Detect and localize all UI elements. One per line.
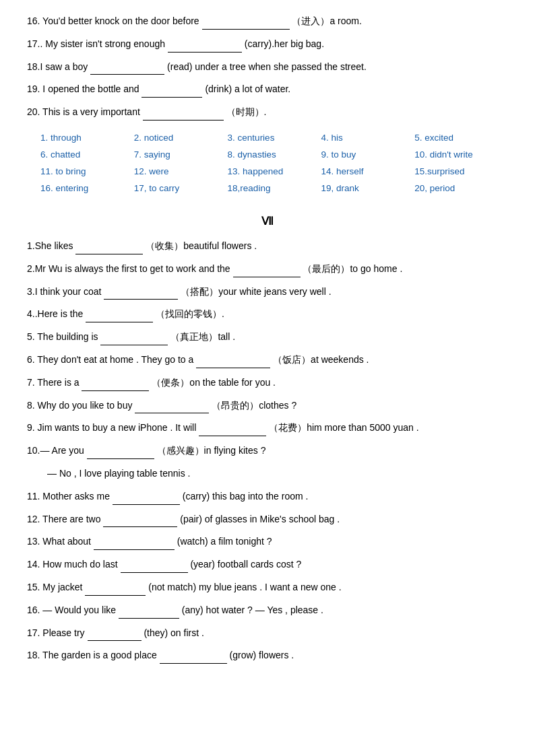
blank-s7-16 [119,608,179,619]
blank-s7-7 [82,380,149,391]
s7-q10: 10.— Are you （感兴趣）in flying kites ? [27,443,508,459]
answer-17: 17, to carry [134,182,228,195]
answer-20: 20, period [414,182,508,195]
s7-q3: 3.I think your coat （搭配）your white jeans… [27,284,508,300]
s7-q7: 7. There is a （便条）on the table for you . [27,375,508,391]
answer-19: 19, drank [321,182,414,195]
blank-s7-13 [94,539,175,550]
s7-q9: 9. Jim wants to buy a new iPhone . It wi… [27,420,508,436]
s7-q1: 1.She likes （收集）beautiful flowers . [27,238,508,254]
blank-16 [202,19,290,30]
blank-s7-1 [75,244,143,254]
s7-q10-sub: — No , I love playing table tennis . [47,466,508,482]
answer-15: 15.surprised [414,165,508,178]
answer-18: 18,reading [228,182,321,195]
answer-10: 10. didn't write [414,148,508,161]
answer-6: 6. chatted [40,148,134,161]
blank-20 [143,110,224,121]
s7-q18: 18. The garden is a good place (grow) fl… [27,648,508,664]
s7-q14: 14. How much do last (year) football car… [27,557,508,573]
blank-s7-2 [233,267,301,277]
blank-s7-4 [86,312,153,322]
blank-s7-12 [103,516,177,527]
answer-13: 13. happened [228,165,321,178]
s7-q17: 17. Please try (they) on first . [27,625,508,642]
answer-3: 3. centuries [228,131,321,144]
q16: 16. You'd better knock on the door befor… [27,13,508,30]
q20: 20. This is a very important （时期）. [27,104,508,121]
blank-s7-9 [199,425,266,436]
blank-s7-10 [87,448,154,459]
s7-q6: 6. They don't eat at home . They go to a… [27,352,508,368]
blank-17 [168,42,242,53]
s7-q15: 15. My jacket (not match) my blue jeans … [27,580,508,596]
blank-s7-15 [85,585,146,596]
section6-questions: 16. You'd better knock on the door befor… [27,13,508,121]
answer-1: 1. through [40,131,134,144]
answer-4: 4. his [321,131,414,144]
answer-7: 7. saying [134,148,228,161]
blank-s7-3 [104,289,178,300]
q19: 19. I opened the bottle and (drink) a lo… [27,81,508,98]
answer-2: 2. noticed [134,131,228,144]
answer-5: 5. excited [414,131,508,144]
blank-s7-11 [113,494,180,505]
s7-q2: 2.Mr Wu is always the first to get to wo… [27,261,508,277]
answer-11: 11. to bring [40,165,134,178]
blank-s7-8 [135,403,209,413]
section7-questions: 1.She likes （收集）beautiful flowers . 2.Mr… [27,238,508,664]
s7-q16: 16. — Would you like (any) hot water ? —… [27,603,508,619]
s7-q8: 8. Why do you like to buy （昂贵的）clothes ? [27,398,508,414]
s7-q4: 4..Here is the （找回的零钱）. [27,306,508,322]
page-content: 16. You'd better knock on the door befor… [27,13,508,664]
blank-s7-18 [160,653,227,664]
blank-s7-14 [121,562,188,573]
q18: 18.I saw a boy (read) under a tree when … [27,59,508,75]
s7-q11: 11. Mother asks me (carry) this bag into… [27,489,508,505]
answer-grid: 1. through 2. noticed 3. centuries 4. hi… [40,131,508,195]
q17: 17.. My sister isn't strong enough (carr… [27,36,508,53]
s7-q5: 5. The building is （真正地）tall . [27,329,508,345]
answer-8: 8. dynasties [228,148,321,161]
blank-18 [90,64,164,75]
answer-16: 16. entering [40,182,134,195]
answer-14: 14. herself [321,165,414,178]
blank-s7-6 [196,357,270,368]
blank-s7-5 [100,335,168,345]
answer-9: 9. to buy [321,148,414,161]
s7-q13: 13. What about (watch) a film tonight ? [27,534,508,550]
blank-19 [141,87,202,98]
answer-12: 12. were [134,165,228,178]
blank-s7-17 [88,630,141,641]
s7-q12: 12. There are two (pair) of glasses in M… [27,512,508,528]
section7-title: Ⅶ [27,215,508,228]
